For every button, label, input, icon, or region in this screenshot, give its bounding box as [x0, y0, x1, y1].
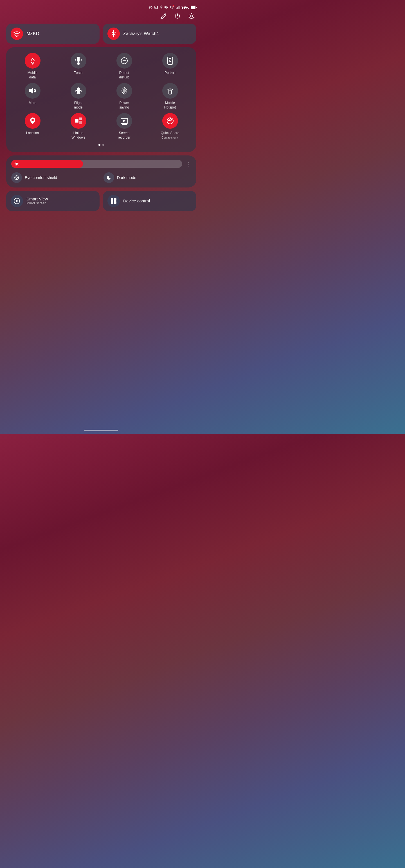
svg-rect-14	[177, 7, 178, 9]
tile-power-saving[interactable]: Powersaving	[103, 83, 146, 110]
power-icon[interactable]	[174, 13, 180, 19]
svg-rect-71	[111, 201, 113, 204]
tile-link-to-windows[interactable]: Link toWindows	[57, 113, 100, 140]
svg-point-10	[172, 9, 172, 9]
svg-point-66	[16, 177, 18, 179]
torch-label: Torch	[74, 71, 82, 75]
tile-flight-mode[interactable]: Flightmode	[57, 83, 100, 110]
svg-text:N: N	[155, 7, 156, 8]
tiles-grid: Mobiledata Torch	[11, 53, 192, 140]
smart-view-label: Smart View	[26, 196, 48, 201]
location-svg	[29, 117, 36, 125]
bluetooth-icon	[160, 5, 163, 9]
svg-rect-26	[77, 62, 80, 65]
svg-line-59	[18, 162, 19, 163]
dark-mode-svg	[106, 175, 112, 181]
location-icon	[25, 113, 40, 129]
tile-location[interactable]: Location	[11, 113, 54, 140]
smart-view-svg	[13, 197, 20, 204]
svg-point-35	[169, 60, 171, 62]
svg-rect-40	[169, 91, 172, 94]
screen-recorder-label: Screenrecorder	[118, 131, 131, 140]
power-saving-icon	[116, 83, 132, 99]
flight-label: Flightmode	[74, 101, 82, 110]
brightness-sun-icon	[14, 161, 19, 166]
mobile-data-svg	[29, 57, 36, 65]
device-control-label: Device control	[123, 198, 150, 203]
hotspot-label: MobileHotspot	[164, 101, 176, 110]
svg-marker-7	[165, 6, 167, 9]
dark-mode-toggle[interactable]: Dark mode	[104, 172, 191, 183]
device-control-icon	[108, 195, 120, 207]
settings-icon[interactable]	[189, 13, 195, 19]
battery-icon	[191, 6, 197, 9]
tile-quick-share[interactable]: Quick Share Contacts only	[148, 113, 192, 140]
bottom-tiles-row: Smart View Mirror screen Device control	[0, 191, 202, 211]
svg-rect-44	[75, 119, 79, 123]
mute-label: Mute	[29, 101, 36, 105]
mobile-data-icon	[25, 53, 40, 69]
wifi-tile-svg	[13, 31, 21, 37]
svg-rect-18	[191, 6, 196, 9]
wifi-network-name: MZKD	[26, 31, 39, 36]
tile-mobile-data[interactable]: Mobiledata	[11, 53, 54, 80]
svg-line-27	[76, 59, 76, 60]
bluetooth-tile-svg	[111, 30, 117, 37]
tile-mute[interactable]: Mute	[11, 83, 54, 110]
alarm-icon	[149, 5, 153, 9]
smart-view-icon	[11, 195, 23, 207]
svg-line-58	[18, 165, 19, 165]
eye-comfort-toggle[interactable]: Eye comfort shield	[11, 172, 99, 183]
smart-view-tile[interactable]: Smart View Mirror screen	[6, 191, 99, 211]
portrait-icon	[162, 53, 178, 69]
wifi-tile-icon	[11, 28, 23, 40]
bluetooth-tile[interactable]: Zachary's Watch4	[103, 24, 196, 44]
device-control-text: Device control	[123, 198, 150, 203]
hotspot-icon	[162, 83, 178, 99]
link-windows-label: Link toWindows	[71, 131, 85, 140]
smart-view-text: Smart View Mirror screen	[26, 196, 48, 205]
device-control-svg	[110, 197, 117, 204]
device-control-tile[interactable]: Device control	[103, 191, 196, 211]
edit-icon[interactable]	[160, 13, 167, 19]
svg-point-41	[170, 93, 170, 94]
tile-hotspot[interactable]: MobileHotspot	[148, 83, 192, 110]
brightness-more-icon[interactable]: ⋮	[185, 160, 191, 167]
smart-view-sublabel: Mirror screen	[26, 201, 48, 205]
link-to-windows-icon	[70, 113, 86, 129]
screen-rec-svg	[120, 117, 128, 125]
torch-svg	[75, 57, 82, 65]
flight-svg	[75, 87, 82, 95]
svg-rect-72	[114, 201, 116, 204]
svg-point-61	[15, 176, 19, 180]
bluetooth-device-name: Zachary's Watch4	[123, 31, 159, 36]
svg-rect-45	[79, 118, 82, 120]
signal-icon	[175, 5, 180, 9]
svg-text:!: !	[173, 6, 173, 7]
brightness-fill	[11, 160, 83, 168]
dot-2	[103, 144, 104, 146]
torch-icon	[70, 53, 86, 69]
quick-share-label: Quick Share	[161, 131, 179, 135]
dot-1	[98, 144, 100, 146]
svg-line-60	[15, 165, 16, 165]
quick-tiles-panel: Mobiledata Torch	[6, 47, 196, 152]
wifi-status-icon: !	[170, 5, 174, 9]
tile-torch[interactable]: Torch	[57, 53, 100, 80]
quick-share-sublabel: Contacts only	[162, 136, 179, 139]
status-icons: N ! 99%	[149, 5, 197, 9]
tile-portrait[interactable]: Portrait	[148, 53, 192, 80]
eye-comfort-icon	[11, 172, 22, 183]
hotspot-svg	[167, 87, 174, 95]
tile-screen-recorder[interactable]: Screenrecorder	[103, 113, 146, 140]
svg-rect-46	[79, 121, 82, 124]
portrait-label: Portrait	[165, 71, 175, 75]
location-label: Location	[26, 131, 39, 135]
tile-do-not-disturb[interactable]: Do notdisturb	[103, 53, 146, 80]
dnd-svg	[120, 57, 128, 65]
link-windows-svg	[75, 117, 82, 125]
quick-share-icon	[162, 113, 178, 129]
brightness-slider[interactable]	[11, 160, 182, 168]
brightness-row: ⋮	[11, 160, 191, 168]
wifi-tile[interactable]: MZKD	[6, 24, 99, 44]
